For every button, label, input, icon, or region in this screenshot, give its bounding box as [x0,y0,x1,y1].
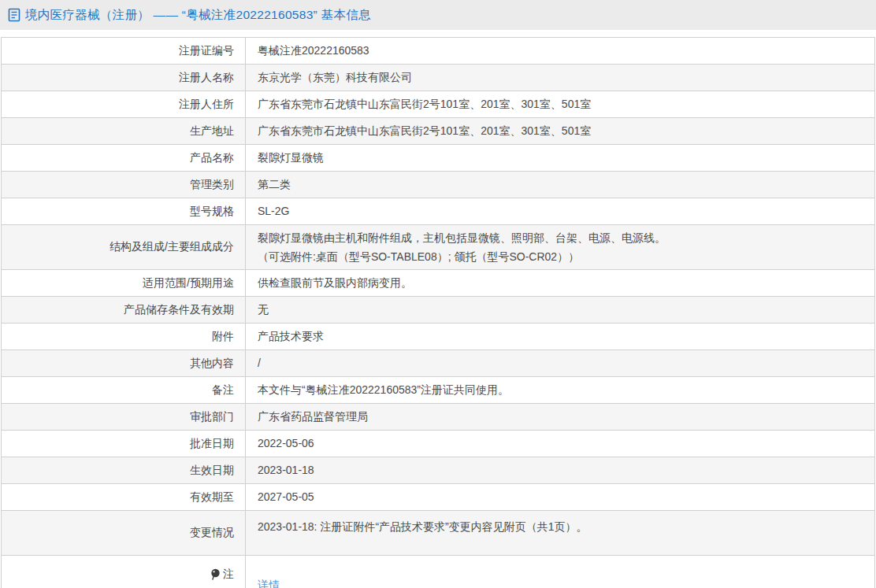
table-row: 管理类别 第二类 [2,172,875,198]
row-value: 裂隙灯显微镜由主机和附件组成，主机包括显微镜、照明部、台架、电源、电源线。 （可… [246,225,875,270]
table-row: 附件 产品技术要求 [2,324,875,350]
row-label: 有效期至 [2,484,246,511]
row-label: 结构及组成/主要组成成分 [2,225,246,270]
table-row: 结构及组成/主要组成成分 裂隙灯显微镜由主机和附件组成，主机包括显微镜、照明部、… [2,225,875,270]
row-label: 适用范围/预期用途 [2,270,246,297]
row-value: 裂隙灯显微镜 [246,145,875,172]
row-label: 管理类别 [2,172,246,198]
table-row: 产品名称 裂隙灯显微镜 [2,145,875,172]
row-value: 广东省东莞市石龙镇中山东富民街2号101室、201室、301室、501室 [246,118,875,145]
header-bar: 境内医疗器械（注册） —— “粤械注准20222160583” 基本信息 [0,0,876,30]
row-value: 粤械注准20222160583 [246,38,875,65]
table-row: 型号规格 SL-2G [2,198,875,225]
row-value: 广东省药品监督管理局 [246,404,875,431]
row-label: 产品储存条件及有效期 [2,297,246,324]
table-row: 其他内容 / [2,350,875,377]
row-label: 注 [2,556,246,588]
table-row: 生效日期 2023-01-18 [2,457,875,484]
row-label: 注册人住所 [2,91,246,118]
row-label: 注册人名称 [2,65,246,91]
row-label: 批准日期 [2,431,246,457]
row-value: / [246,350,875,377]
row-value: 东京光学（东莞）科技有限公司 [246,65,875,91]
row-label: 附件 [2,324,246,350]
details-link[interactable]: 详情 [258,579,280,588]
table-row: 审批部门 广东省药品监督管理局 [2,404,875,431]
row-label: 生效日期 [2,457,246,484]
row-value: 第二类 [246,172,875,198]
row-label: 其他内容 [2,350,246,377]
row-value: 广东省东莞市石龙镇中山东富民街2号101室、201室、301室、501室 [246,91,875,118]
row-value: 2023-01-18 [246,457,875,484]
row-label: 审批部门 [2,404,246,431]
row-value: 2023-01-18: 注册证附件“产品技术要求”变更内容见附页（共1页）。 [246,511,875,556]
table-row: 注 详情 [2,556,875,588]
row-value: 2022-05-06 [246,431,875,457]
row-value: 2027-05-05 [246,484,875,511]
table-row: 有效期至 2027-05-05 [2,484,875,511]
row-label: 产品名称 [2,145,246,172]
row-value: 无 [246,297,875,324]
table-row: 产品储存条件及有效期 无 [2,297,875,324]
row-value: 详情 [246,556,875,588]
table-row: 批准日期 2022-05-06 [2,431,875,457]
row-label: 注册证编号 [2,38,246,65]
table-row: 注册人名称 东京光学（东莞）科技有限公司 [2,65,875,91]
table-row: 生产地址 广东省东莞市石龙镇中山东富民街2号101室、201室、301室、501… [2,118,875,145]
row-label: 变更情况 [2,511,246,556]
table-row: 备注 本文件与“粤械注准20222160583”注册证共同使用。 [2,377,875,404]
row-value: SL-2G [246,198,875,225]
row-value: 本文件与“粤械注准20222160583”注册证共同使用。 [246,377,875,404]
balloon-icon [210,568,221,580]
page-title: 境内医疗器械（注册） —— “粤械注准20222160583” 基本信息 [25,7,371,24]
table-row: 注册证编号 粤械注准20222160583 [2,38,875,65]
row-label: 备注 [2,377,246,404]
note-label-text: 注 [223,568,234,582]
table-row: 适用范围/预期用途 供检查眼前节及眼内部病变用。 [2,270,875,297]
row-value: 供检查眼前节及眼内部病变用。 [246,270,875,297]
table-row: 注册人住所 广东省东莞市石龙镇中山东富民街2号101室、201室、301室、50… [2,91,875,118]
row-label: 生产地址 [2,118,246,145]
row-label: 型号规格 [2,198,246,225]
table-row: 变更情况 2023-01-18: 注册证附件“产品技术要求”变更内容见附页（共1… [2,511,875,556]
info-table: 注册证编号 粤械注准20222160583 注册人名称 东京光学（东莞）科技有限… [1,37,875,588]
row-value: 产品技术要求 [246,324,875,350]
document-icon [8,8,20,22]
